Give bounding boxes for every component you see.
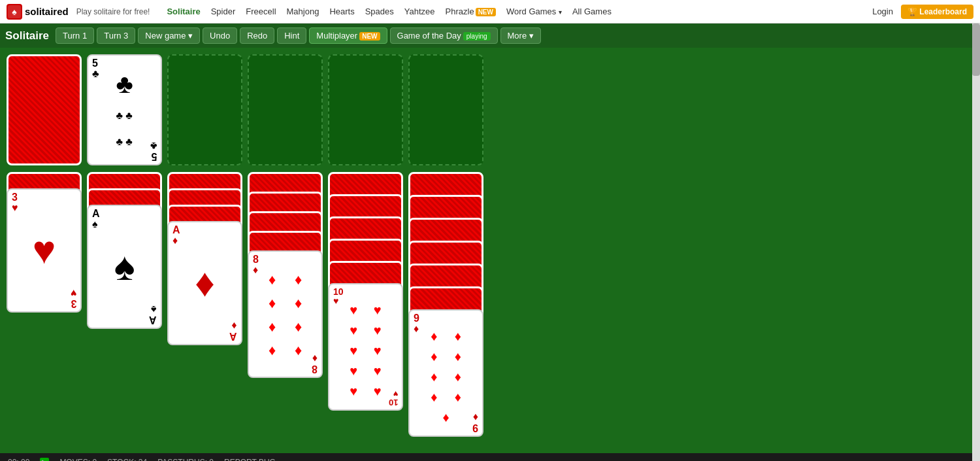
tableau-col-6: 9♦ ♦ ♦ ♦ ♦ ♦ ♦ ♦ ♦ ♦ 9♦: [408, 172, 483, 437]
site-logo[interactable]: ♠ solitaired: [7, 4, 69, 20]
hint-button[interactable]: Hint: [277, 27, 306, 44]
moves-count: MOVES: 0: [59, 458, 97, 461]
nav-word-games[interactable]: Word Games ▾: [502, 5, 566, 18]
tableau-col-5: 10♥ ♥ ♥ ♥ ♥ ♥ ♥ ♥ ♥ ♥ ♥ 10♥: [328, 172, 403, 411]
status-bar: 00: 00 ▶ MOVES: 0 STOCK: 24 PASSTHRUS: 0…: [0, 453, 980, 461]
leaderboard-button[interactable]: 🏆 Leaderboard: [901, 5, 973, 19]
foundation-2[interactable]: [248, 54, 323, 165]
nav-freecell[interactable]: Freecell: [242, 5, 280, 18]
nav-spades[interactable]: Spades: [361, 5, 398, 18]
turn1-button[interactable]: Turn 1: [56, 27, 94, 44]
nav-all-games[interactable]: All Games: [568, 5, 615, 18]
timer: 00: 00: [8, 458, 29, 461]
waste-card-center: ♣♣ ♣♣ ♣: [116, 71, 133, 149]
card-ace-diamonds[interactable]: A♦ ♦ A♦: [167, 221, 242, 345]
passthrus-count: PASSTHRUS: 0: [157, 458, 214, 461]
multiplayer-button[interactable]: MultiplayerNEW: [309, 27, 387, 44]
more-button[interactable]: More ▾: [500, 27, 541, 44]
waste-pile[interactable]: 5♣ ♣♣ ♣♣ ♣ 5♣: [87, 54, 162, 165]
nav-solitaire[interactable]: Solitaire: [163, 5, 204, 18]
multiplayer-badge: NEW: [359, 32, 380, 41]
card-3-hearts[interactable]: 3♥ ♥ 3♥: [7, 188, 82, 313]
phrazle-badge: NEW: [476, 8, 496, 16]
top-nav: ♠ solitaired Play solitaire for free! So…: [0, 0, 980, 24]
top-row: 5♣ ♣♣ ♣♣ ♣ 5♣: [7, 54, 973, 165]
stock-pile[interactable]: [7, 54, 82, 165]
nav-login[interactable]: Login: [872, 7, 893, 16]
logo-text: solitaired: [25, 6, 69, 17]
nav-mahjong[interactable]: Mahjong: [283, 5, 323, 18]
nav-tagline: Play solitaire for free!: [76, 7, 150, 16]
turn3-button[interactable]: Turn 3: [97, 27, 135, 44]
playing-badge: playing: [463, 32, 491, 41]
card-ace-spades[interactable]: A♠ ♠ A♠: [87, 205, 162, 329]
foundation-1[interactable]: [167, 54, 242, 165]
scrollbar[interactable]: [972, 24, 980, 461]
report-bug-link[interactable]: REPORT BUG: [224, 458, 276, 461]
stock-count: STOCK: 24: [107, 458, 147, 461]
card-9-diamonds[interactable]: 9♦ ♦ ♦ ♦ ♦ ♦ ♦ ♦ ♦ ♦ 9♦: [408, 309, 483, 437]
nav-phrazle[interactable]: PhrazleNEW: [442, 5, 500, 18]
card-8-diamonds[interactable]: 8♦ ♦ ♦ ♦ ♦ ♦ ♦ ♦ ♦ 8♦: [248, 250, 323, 378]
redo-button[interactable]: Redo: [240, 27, 274, 44]
play-pause-button[interactable]: ▶: [40, 458, 49, 461]
game-title: Solitaire: [5, 29, 49, 43]
card-10-hearts[interactable]: 10♥ ♥ ♥ ♥ ♥ ♥ ♥ ♥ ♥ ♥ ♥ 10♥: [328, 283, 403, 411]
waste-card-value-bottom: 5♣: [150, 141, 157, 162]
game-of-day-button[interactable]: Game of the Dayplaying: [390, 27, 498, 44]
foundation-3[interactable]: [328, 54, 403, 165]
game-area: 5♣ ♣♣ ♣♣ ♣ 5♣ 3♥ ♥ 3♥ A♠: [0, 48, 980, 453]
tableau-col-4: 8♦ ♦ ♦ ♦ ♦ ♦ ♦ ♦ ♦ 8♦: [248, 172, 323, 378]
waste-card-value-top: 5♣: [92, 58, 99, 79]
game-toolbar: Solitaire Turn 1 Turn 3 New game ▾ Undo …: [0, 24, 980, 48]
foundation-4[interactable]: [408, 54, 483, 165]
tableau: 3♥ ♥ 3♥ A♠ ♠ A♠ A♦ ♦ A♦: [7, 172, 973, 437]
tableau-col-1: 3♥ ♥ 3♥: [7, 172, 82, 313]
scrollbar-thumb[interactable]: [972, 24, 980, 76]
tableau-col-2: A♠ ♠ A♠: [87, 172, 162, 329]
tableau-col-3: A♦ ♦ A♦: [167, 172, 242, 345]
nav-spider[interactable]: Spider: [207, 5, 240, 18]
nav-hearts[interactable]: Hearts: [325, 5, 358, 18]
new-game-button[interactable]: New game ▾: [138, 27, 200, 44]
nav-yahtzee[interactable]: Yahtzee: [400, 5, 439, 18]
svg-text:♠: ♠: [12, 7, 17, 17]
undo-button[interactable]: Undo: [203, 27, 237, 44]
